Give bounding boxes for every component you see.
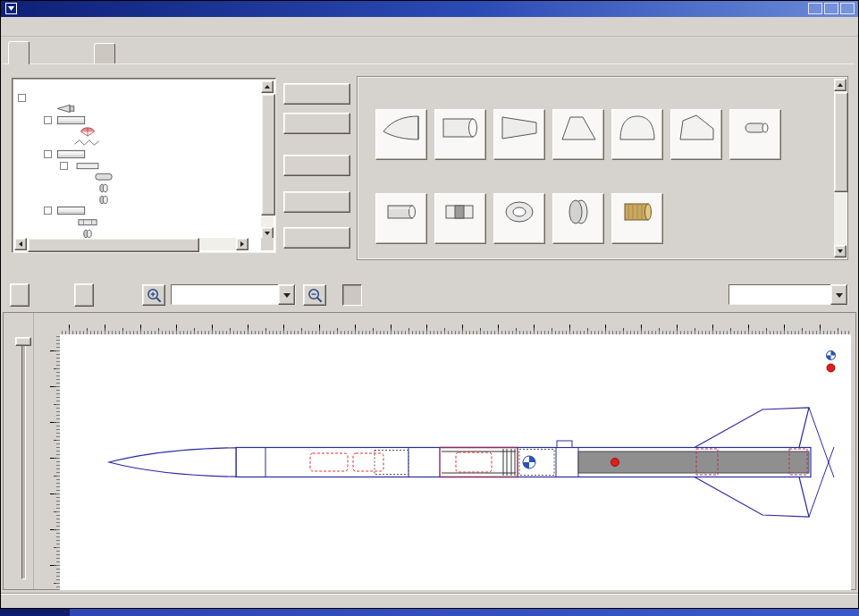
add-trapezoidal-fin-button[interactable] (552, 109, 604, 160)
trapezoidal-fin-icon (559, 113, 598, 143)
nose-cone-icon (382, 113, 421, 143)
stage-1-toggle[interactable] (342, 284, 362, 306)
tree-item-inner-tube[interactable] (14, 160, 261, 172)
tree-hscroll-thumb[interactable] (28, 238, 199, 252)
cp-readout (826, 363, 839, 373)
body-tube-icon (441, 113, 480, 143)
bulkhead-icon (87, 183, 121, 193)
tab-rocket-design[interactable] (8, 41, 29, 64)
tree-item-body-tube-aft[interactable] (14, 206, 261, 217)
menu-analyze[interactable] (41, 20, 55, 27)
tree-item-payload[interactable] (14, 172, 261, 183)
tree-item-rocket[interactable] (14, 80, 261, 92)
scroll-down-icon[interactable] (834, 245, 846, 257)
delete-button[interactable] (283, 227, 350, 249)
tree-item-bulkhead[interactable] (14, 194, 261, 206)
panel-vscroll-thumb[interactable] (834, 92, 848, 192)
bulkhead-icon (559, 197, 598, 227)
collapse-icon[interactable] (60, 162, 68, 170)
cp-marker (611, 459, 619, 467)
back-view-button[interactable] (74, 283, 94, 307)
side-view-button[interactable] (10, 283, 29, 307)
add-body-tube-button[interactable] (434, 109, 486, 160)
close-button[interactable] (840, 3, 855, 14)
tree-vscroll-thumb[interactable] (261, 94, 275, 215)
rocket-canvas[interactable] (60, 334, 851, 590)
dropdown-arrow-icon[interactable] (278, 284, 295, 305)
panel-vscrollbar[interactable] (834, 79, 846, 257)
cg-readout (826, 350, 839, 360)
add-coupler-button[interactable] (434, 193, 486, 244)
add-bulkhead-button[interactable] (552, 193, 604, 244)
menubar (1, 17, 858, 37)
tab-flight-simulations[interactable] (94, 43, 115, 64)
tree-item-tube-coupler[interactable] (14, 216, 261, 228)
add-launch-lug-button[interactable] (729, 109, 781, 160)
tree-item-nose-cone[interactable] (14, 103, 261, 114)
rotation-slider-track[interactable] (21, 340, 26, 579)
add-nose-cone-button[interactable] (375, 109, 427, 160)
tab-divider (3, 63, 855, 64)
add-inner-tube-button[interactable] (375, 193, 427, 244)
zoom-in-button[interactable] (142, 284, 165, 306)
move-down-button[interactable] (283, 113, 350, 134)
tree-item-shock-cord[interactable] (14, 137, 261, 148)
centering-ring-icon (500, 197, 539, 227)
tree-item-bulkhead[interactable] (14, 182, 261, 194)
collapse-icon[interactable] (18, 94, 26, 102)
add-transition-button[interactable] (493, 109, 545, 160)
elliptical-fin-icon (618, 113, 657, 143)
dropdown-arrow-icon[interactable] (830, 284, 847, 305)
freeform-fin-icon (677, 113, 716, 143)
move-up-button[interactable] (283, 83, 350, 105)
scroll-up-icon[interactable] (261, 80, 274, 93)
menu-file[interactable] (3, 20, 17, 27)
ruler-left-labels (33, 334, 60, 590)
app-icon (5, 3, 17, 14)
tree-vscrollbar[interactable] (261, 80, 274, 240)
cg-icon (826, 350, 836, 360)
launch-lug-icon (736, 113, 775, 143)
titlebar (1, 1, 858, 17)
scroll-left-icon[interactable] (14, 238, 27, 250)
tree-item-body-tube[interactable] (14, 114, 261, 126)
cg-marker (523, 456, 535, 468)
motor-config-combobox[interactable] (728, 284, 848, 305)
scrollbar-corner (261, 238, 274, 250)
scroll-up-icon[interactable] (834, 79, 846, 91)
rocket-viewport (3, 312, 856, 590)
tree-hscrollbar[interactable] (14, 238, 248, 250)
add-engine-block-button[interactable] (611, 193, 663, 244)
rotation-slider-handle[interactable] (15, 337, 31, 346)
add-elliptical-fin-button[interactable] (611, 109, 663, 160)
add-component-panel (357, 76, 848, 260)
zoom-out-button[interactable] (303, 284, 326, 306)
parachute-icon (71, 127, 105, 137)
transition-icon (500, 113, 539, 143)
minimize-button[interactable] (808, 3, 822, 14)
add-centering-ring-button[interactable] (493, 193, 545, 244)
scroll-right-icon[interactable] (236, 238, 248, 250)
body-tube-icon (55, 206, 88, 215)
collapse-icon[interactable] (44, 150, 52, 158)
tree-item-sustainer[interactable] (14, 92, 261, 104)
inner-tube-icon (71, 161, 105, 171)
zoom-in-icon (146, 287, 163, 304)
add-freeform-fin-button[interactable] (670, 109, 722, 160)
edit-button[interactable] (283, 155, 350, 176)
maximize-button[interactable] (824, 3, 838, 14)
menu-edit[interactable] (21, 20, 36, 27)
collapse-icon[interactable] (44, 207, 52, 215)
engine-block-icon (618, 197, 657, 227)
ruler-top-labels (60, 315, 851, 334)
new-stage-button[interactable] (283, 191, 350, 213)
screen (0, 0, 859, 616)
collapse-icon[interactable] (44, 116, 52, 124)
statusbar (1, 593, 858, 610)
nose-cone-icon (55, 104, 88, 114)
tree-item-payload-section[interactable] (14, 148, 261, 160)
zoom-combobox[interactable] (171, 284, 296, 305)
rocket-drawing (60, 334, 851, 590)
tree-item-parachute[interactable] (14, 126, 261, 138)
component-tree (12, 78, 276, 253)
